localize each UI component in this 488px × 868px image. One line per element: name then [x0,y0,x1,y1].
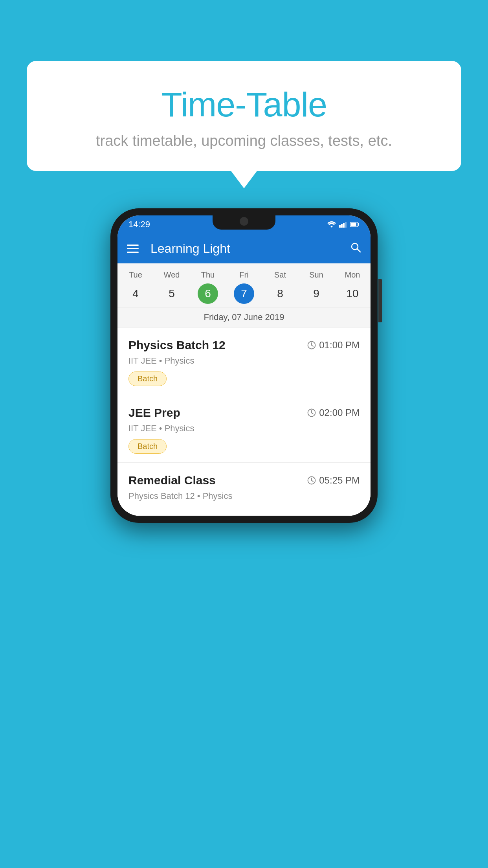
phone-outer: 14:29 [110,208,378,523]
speech-bubble: Time-Table track timetable, upcoming cla… [27,61,461,171]
batch-badge: Batch [128,439,167,454]
schedule-item-top: Physics Batch 12 01:00 PM [128,338,360,352]
calendar-day-col[interactable]: Thu6 [190,270,226,304]
schedule-title: Remedial Class [128,474,216,487]
cal-day-name: Wed [164,270,180,280]
svg-line-11 [312,345,313,346]
bubble-subtitle: track timetable, upcoming classes, tests… [42,132,446,149]
status-icons [327,221,360,228]
bubble-title: Time-Table [42,85,446,125]
schedule-title: JEE Prep [128,406,180,419]
app-bar: Learning Light [117,234,371,263]
wifi-icon [327,221,336,228]
cal-day-name: Thu [201,270,215,280]
clock-icon [307,476,316,485]
schedule-subtitle: IIT JEE • Physics [128,356,360,366]
svg-line-14 [312,413,313,414]
schedule-title: Physics Batch 12 [128,338,226,352]
app-title: Learning Light [150,241,341,256]
clock-icon [307,341,316,349]
cal-day-name: Sat [274,270,286,280]
schedule-time: 01:00 PM [307,340,360,351]
hamburger-icon[interactable] [127,245,139,253]
calendar-day-col[interactable]: Tue4 [117,270,154,304]
cal-day-number[interactable]: 5 [161,283,182,304]
phone-side-button [378,279,382,322]
svg-rect-0 [339,225,341,228]
cal-day-name: Fri [239,270,248,280]
calendar-day-col[interactable]: Wed5 [154,270,190,304]
cal-day-number[interactable]: 6 [198,283,218,304]
cal-day-number[interactable]: 10 [342,283,363,304]
cal-day-number[interactable]: 7 [234,283,254,304]
signal-icon [339,221,347,228]
schedule-item[interactable]: Physics Batch 12 01:00 PM IIT JEE • Phys… [117,327,371,395]
svg-rect-2 [343,223,345,228]
phone-mockup: 14:29 [110,208,378,523]
schedule-list: Physics Batch 12 01:00 PM IIT JEE • Phys… [117,327,371,516]
schedule-time: 05:25 PM [307,475,360,486]
clock-icon [307,408,316,417]
svg-rect-3 [345,222,347,228]
cal-day-number[interactable]: 8 [270,283,290,304]
schedule-item-top: Remedial Class 05:25 PM [128,474,360,487]
phone-camera [240,217,248,226]
svg-rect-5 [358,223,359,226]
schedule-item-top: JEE Prep 02:00 PM [128,406,360,419]
calendar-day-col[interactable]: Fri7 [226,270,262,304]
phone-screen: 14:29 [117,215,371,516]
cal-day-name: Tue [129,270,142,280]
search-icon[interactable] [350,242,361,256]
battery-icon [350,222,360,227]
cal-day-number[interactable]: 4 [125,283,146,304]
calendar-day-col[interactable]: Sat8 [262,270,298,304]
schedule-item[interactable]: JEE Prep 02:00 PM IIT JEE • Physics Batc… [117,395,371,463]
schedule-subtitle: IIT JEE • Physics [128,423,360,434]
calendar-week: Tue4Wed5Thu6Fri7Sat8Sun9Mon10 [117,263,371,307]
svg-rect-1 [341,224,343,228]
svg-line-8 [357,249,360,252]
cal-day-number[interactable]: 9 [306,283,327,304]
schedule-subtitle: Physics Batch 12 • Physics [128,491,360,501]
schedule-time: 02:00 PM [307,407,360,418]
calendar-day-col[interactable]: Mon10 [334,270,371,304]
selected-date-label: Friday, 07 June 2019 [117,307,371,327]
cal-day-name: Mon [345,270,360,280]
batch-badge: Batch [128,371,167,386]
cal-day-name: Sun [309,270,323,280]
schedule-item[interactable]: Remedial Class 05:25 PM Physics Batch 12… [117,463,371,516]
status-time: 14:29 [128,219,150,230]
calendar-day-col[interactable]: Sun9 [298,270,334,304]
svg-line-17 [312,480,313,482]
svg-rect-6 [351,223,356,226]
